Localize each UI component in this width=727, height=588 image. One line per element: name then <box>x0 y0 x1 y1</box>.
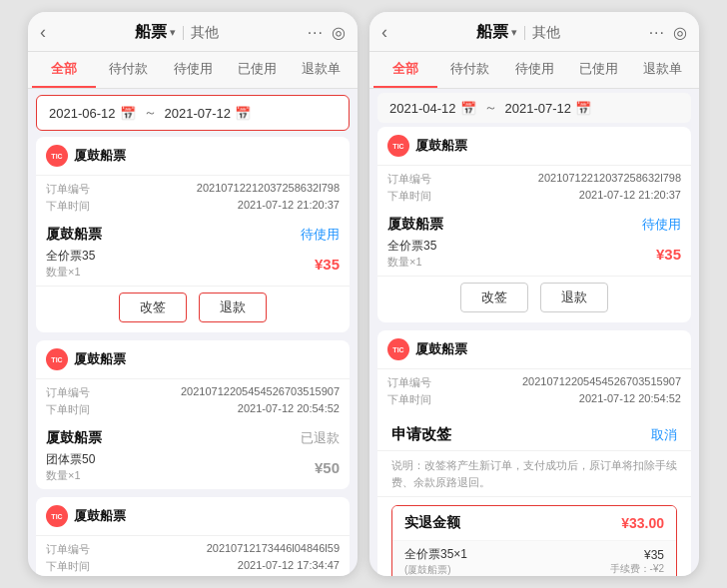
change-ticket-btn-1[interactable]: 改签 <box>119 293 187 322</box>
dropdown-icon-2[interactable]: ▾ <box>511 26 517 39</box>
tab-pending-pay-1[interactable]: 待付款 <box>96 52 160 88</box>
action-row-1: 改签 退款 <box>36 286 350 332</box>
tab-pending-pay-2[interactable]: 待付款 <box>437 52 501 88</box>
order-no-value-p2-1: 20210712212037258632l798 <box>538 172 681 187</box>
order-type-p2-1: 厦鼓船票 <box>387 216 443 234</box>
orders-area-2: TIC 厦鼓船票 订单编号 20210712212037258632l798 下… <box>369 127 699 576</box>
ticket-qty-p2-1: 数量×1 <box>387 255 436 270</box>
calendar-icon-start-1: 📅 <box>120 106 136 121</box>
order-type-row-p2-1: 厦鼓船票 待使用 <box>377 212 691 236</box>
refund-btn-2[interactable]: 退款 <box>540 283 608 312</box>
order-no-row-3: 订单编号 20210712173446l04846l59 <box>46 542 340 557</box>
panel-title: 申请改签 <box>391 425 451 444</box>
calendar-icon-start-2: 📅 <box>460 101 476 116</box>
order-card-2: TIC 厦鼓船票 订单编号 20210712205454526703515907… <box>36 340 350 489</box>
company-name-p2-1: 厦鼓船票 <box>415 137 467 155</box>
header-left-2: ‹ <box>381 22 387 43</box>
header-1: ‹ 船票 ▾ 其他 ··· ◎ <box>28 12 358 52</box>
company-logo-p2-2: TIC <box>387 338 409 360</box>
header-left-1: ‹ <box>40 22 46 43</box>
ticket-type-1: 全价票35 <box>46 248 95 265</box>
target-icon-1[interactable]: ◎ <box>332 23 346 42</box>
tab-pending-use-1[interactable]: 待使用 <box>161 52 225 88</box>
order-time-row-3: 下单时间 2021-07-12 17:34:47 <box>46 559 340 574</box>
header-2: ‹ 船票 ▾ 其他 ··· ◎ <box>369 12 699 52</box>
date-start-2[interactable]: 2021-04-12 📅 <box>389 101 476 116</box>
refund-btn-1[interactable]: 退款 <box>199 293 267 322</box>
date-sep-1: ～ <box>142 104 159 122</box>
order-time-row-1: 下单时间 2021-07-12 21:20:37 <box>46 199 340 214</box>
refund-detail-value: ¥35 <box>610 548 664 562</box>
refund-detail-label: 全价票35×1 <box>404 546 467 563</box>
change-ticket-btn-2[interactable]: 改签 <box>460 283 528 312</box>
other-link-1[interactable]: 其他 <box>191 24 219 42</box>
order-time-label-1: 下单时间 <box>46 199 90 214</box>
back-button-1[interactable]: ‹ <box>40 22 46 43</box>
tab-all-1[interactable]: 全部 <box>32 52 96 88</box>
order-meta-1: 订单编号 20210712212037258632l798 下单时间 2021-… <box>36 176 350 222</box>
order-no-label-2: 订单编号 <box>46 385 90 400</box>
refund-total-label: 实退金额 <box>404 514 460 532</box>
company-name-1: 厦鼓船票 <box>74 147 126 165</box>
target-icon-2[interactable]: ◎ <box>673 23 687 42</box>
order-header-p2-1: TIC 厦鼓船票 <box>377 127 691 166</box>
page-title-2: 船票 <box>476 22 508 43</box>
tab-pending-use-2[interactable]: 待使用 <box>502 52 566 88</box>
order-time-label-p2-2: 下单时间 <box>387 392 431 407</box>
order-header-1: TIC 厦鼓船票 <box>36 137 350 176</box>
other-link-2[interactable]: 其他 <box>532 24 560 42</box>
order-meta-p2-2: 订单编号 20210712205454526703515907 下单时间 202… <box>377 369 691 415</box>
calendar-icon-end-1: 📅 <box>235 106 251 121</box>
ticket-qty-2: 数量×1 <box>46 468 95 483</box>
panel-description: 说明：改签将产生新订单，支付成功后，原订单将扣除手续费、余款原路退回。 <box>377 451 691 497</box>
order-header-2: TIC 厦鼓船票 <box>36 340 350 379</box>
tab-used-2[interactable]: 已使用 <box>566 52 630 88</box>
order-card-1: TIC 厦鼓船票 订单编号 20210712212037258632l798 下… <box>36 137 350 332</box>
panel-cancel-btn[interactable]: 取消 <box>651 426 677 444</box>
order-time-value-3: 2021-07-12 17:34:47 <box>238 559 340 574</box>
order-status-1: 待使用 <box>301 226 340 244</box>
phone-2: ‹ 船票 ▾ 其他 ··· ◎ 全部 待付款 待使用 已使用 退款单 2021-… <box>369 12 699 576</box>
order-no-value-2: 20210712205454526703515907 <box>181 385 340 400</box>
tab-all-2[interactable]: 全部 <box>373 52 437 88</box>
company-name-2: 厦鼓船票 <box>74 350 126 368</box>
order-meta-2: 订单编号 20210712205454526703515907 下单时间 202… <box>36 379 350 425</box>
date-filter-1[interactable]: 2021-06-12 📅 ～ 2021-07-12 📅 <box>36 95 350 131</box>
refund-detail-sub: (厦鼓船票) <box>404 563 467 576</box>
order-no-row-2: 订单编号 20210712205454526703515907 <box>46 385 340 400</box>
order-time-value-p2-2: 2021-07-12 20:54:52 <box>579 392 681 407</box>
order-time-row-p2-2: 下单时间 2021-07-12 20:54:52 <box>387 392 681 407</box>
dropdown-icon-1[interactable]: ▾ <box>170 26 176 39</box>
ticket-price-1: ¥35 <box>315 256 340 273</box>
panel-header: 申请改签 取消 <box>377 415 691 451</box>
price-row-2: 团体票50 数量×1 ¥50 <box>36 449 350 489</box>
company-logo-p2-1: TIC <box>387 135 409 157</box>
tab-refund-1[interactable]: 退款单 <box>290 52 354 88</box>
order-type-1: 厦鼓船票 <box>46 226 102 244</box>
refund-total-row: 实退金额 ¥33.00 <box>392 506 676 541</box>
company-name-p2-2: 厦鼓船票 <box>415 340 467 358</box>
tab-used-1[interactable]: 已使用 <box>225 52 289 88</box>
phone-1: ‹ 船票 ▾ 其他 ··· ◎ 全部 待付款 待使用 已使用 退款单 2021-… <box>28 12 358 576</box>
date-end-1[interactable]: 2021-07-12 📅 <box>165 106 252 121</box>
company-name-3: 厦鼓船票 <box>74 507 126 525</box>
order-no-row-1: 订单编号 20210712212037258632l798 <box>46 182 340 197</box>
more-icon-2[interactable]: ··· <box>649 24 665 42</box>
date-sep-2: ～ <box>482 99 499 117</box>
order-time-label-2: 下单时间 <box>46 402 90 417</box>
more-icon-1[interactable]: ··· <box>308 24 324 42</box>
ticket-type-2: 团体票50 <box>46 451 95 468</box>
company-logo-2: TIC <box>46 348 68 370</box>
back-button-2[interactable]: ‹ <box>381 22 387 43</box>
date-start-1[interactable]: 2021-06-12 📅 <box>49 106 136 121</box>
refund-detail-row: 全价票35×1 (厦鼓船票) ¥35 手续费：-¥2 <box>392 541 676 576</box>
refund-total-value: ¥33.00 <box>621 515 664 531</box>
order-header-3: TIC 厦鼓船票 <box>36 497 350 536</box>
refund-box: 实退金额 ¥33.00 全价票35×1 (厦鼓船票) ¥35 手续费：-¥2 <box>391 505 677 576</box>
date-filter-2[interactable]: 2021-04-12 📅 ～ 2021-07-12 📅 <box>377 93 691 123</box>
order-no-value-1: 20210712212037258632l798 <box>197 182 340 197</box>
order-no-label-p2-2: 订单编号 <box>387 375 431 390</box>
date-end-2[interactable]: 2021-07-12 📅 <box>505 101 592 116</box>
order-meta-3: 订单编号 20210712173446l04846l59 下单时间 2021-0… <box>36 536 350 576</box>
tab-refund-2[interactable]: 退款单 <box>631 52 695 88</box>
